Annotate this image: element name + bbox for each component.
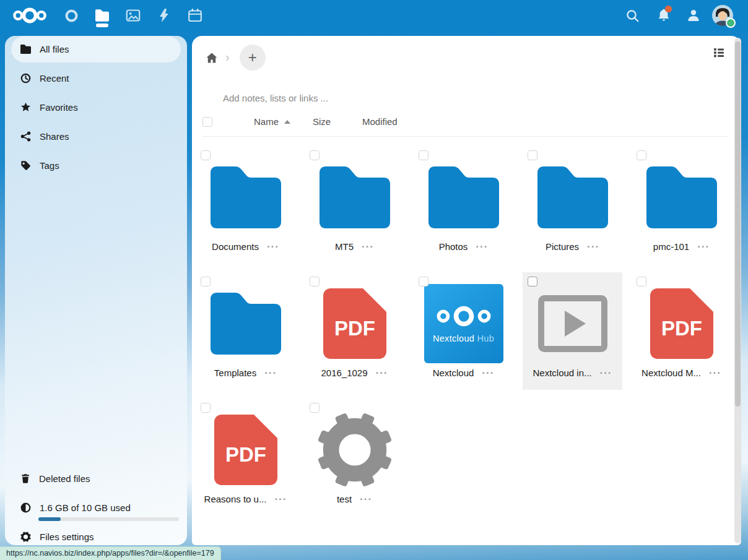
file-checkbox[interactable] (310, 150, 320, 160)
file-actions-icon[interactable]: ··· (476, 244, 488, 250)
breadcrumb: › + (204, 45, 266, 71)
file-checkbox[interactable] (637, 277, 646, 286)
file-name[interactable]: Reasons to u... (204, 494, 267, 504)
chevron-right-icon: › (225, 51, 230, 63)
file-actions-icon[interactable]: ··· (600, 370, 612, 376)
app-menu (64, 0, 202, 31)
sort-by-name[interactable]: Name (254, 116, 290, 127)
file-actions-icon[interactable]: ··· (362, 244, 374, 250)
contacts-icon (686, 8, 701, 23)
image-thumbnail: Nextcloud Hub (424, 284, 503, 363)
file-grid: Documents··· MT5··· Photos··· Pictures··… (196, 146, 731, 516)
folder-icon (428, 166, 499, 228)
notifications-button[interactable] (656, 0, 671, 31)
app-calendar-button[interactable] (188, 0, 202, 31)
file-name[interactable]: Nextcloud (433, 368, 474, 378)
file-tile-pictures[interactable]: Pictures··· (523, 146, 622, 264)
video-icon (538, 295, 607, 352)
file-checkbox[interactable] (528, 150, 537, 160)
file-name[interactable]: Pictures (546, 241, 579, 252)
file-actions-icon[interactable]: ··· (274, 496, 287, 502)
file-actions-icon[interactable]: ··· (267, 244, 279, 250)
file-checkbox[interactable] (528, 277, 537, 286)
circle-icon (65, 9, 78, 22)
home-button[interactable] (204, 50, 219, 65)
top-bar (0, 0, 748, 31)
sidebar-item-files-settings[interactable]: Files settings (11, 523, 181, 549)
sort-by-modified[interactable]: Modified (362, 116, 398, 127)
sidebar-item-tags[interactable]: Tags (11, 152, 181, 179)
file-name[interactable]: Documents (212, 241, 259, 252)
file-tile-nextcloud-manual[interactable]: PDF Nextcloud M...··· (632, 272, 731, 390)
app-photos-button[interactable] (126, 0, 141, 31)
gear-icon (20, 532, 31, 542)
sidebar-item-all-files[interactable]: All files (11, 36, 181, 62)
file-tile-mt5[interactable]: MT5··· (305, 146, 404, 264)
status-online-dot (726, 18, 736, 28)
file-actions-icon[interactable]: ··· (697, 244, 710, 250)
file-name[interactable]: Nextcloud in... (533, 368, 591, 378)
contacts-button[interactable] (686, 0, 701, 31)
sidebar-item-label: Tags (40, 160, 59, 171)
file-actions-icon[interactable]: ··· (376, 370, 388, 376)
select-all-checkbox[interactable] (202, 117, 212, 127)
file-tile-2016-1029[interactable]: PDF 2016_1029··· (305, 272, 404, 390)
file-name[interactable]: test (337, 494, 352, 504)
folder-icon (537, 166, 608, 228)
file-name[interactable]: 2016_1029 (321, 368, 367, 378)
file-checkbox[interactable] (419, 277, 428, 286)
file-tile-templates[interactable]: Templates··· (196, 272, 295, 390)
scrollbar-track[interactable] (734, 38, 741, 543)
app-dashboard-button[interactable] (64, 0, 79, 31)
sidebar-item-recent[interactable]: Recent (11, 65, 181, 92)
search-button[interactable] (625, 0, 640, 31)
file-tile-reasons-pdf[interactable]: PDF Reasons to u...··· (196, 398, 295, 516)
svg-text:PDF: PDF (661, 317, 702, 340)
file-name[interactable]: Nextcloud M... (641, 368, 701, 378)
file-checkbox[interactable] (637, 150, 646, 160)
app-activity-button[interactable] (157, 0, 172, 31)
nextcloud-logo[interactable] (11, 6, 48, 25)
file-checkbox[interactable] (201, 403, 211, 413)
file-name[interactable]: Photos (439, 241, 468, 252)
file-actions-icon[interactable]: ··· (482, 370, 494, 376)
file-checkbox[interactable] (419, 150, 428, 160)
file-actions-icon[interactable]: ··· (360, 496, 372, 502)
file-checkbox[interactable] (310, 277, 320, 286)
sidebar-item-favorites[interactable]: Favorites (11, 94, 181, 121)
svg-text:PDF: PDF (334, 317, 375, 340)
svg-text:PDF: PDF (225, 443, 266, 466)
file-tile-nextcloud-image[interactable]: Nextcloud Hub Nextcloud··· (414, 272, 513, 390)
app-files-button[interactable] (95, 0, 110, 31)
files-sidebar: All files Recent Favorites Shares Tags D… (5, 36, 187, 545)
file-tile-nextcloud-intro-video[interactable]: Nextcloud in...··· (523, 272, 622, 390)
sort-by-size[interactable]: Size (313, 116, 331, 127)
file-actions-icon[interactable]: ··· (264, 370, 277, 376)
calendar-icon (188, 8, 202, 23)
file-actions-icon[interactable]: ··· (587, 244, 599, 250)
sidebar-item-deleted-files[interactable]: Deleted files (11, 465, 181, 491)
sidebar-item-shares[interactable]: Shares (11, 123, 181, 150)
list-header: Name Size Modified (202, 116, 729, 137)
quota-progress-track (38, 517, 179, 521)
file-tile-photos[interactable]: Photos··· (414, 146, 513, 264)
file-name[interactable]: pmc-101 (653, 241, 689, 252)
file-checkbox[interactable] (201, 150, 211, 160)
file-actions-icon[interactable]: ··· (709, 370, 721, 376)
new-item-button[interactable]: + (240, 45, 266, 71)
sidebar-item-label: Recent (40, 73, 69, 84)
file-tile-pmc-101[interactable]: pmc-101··· (632, 146, 731, 264)
file-checkbox[interactable] (201, 277, 211, 286)
file-name[interactable]: MT5 (335, 241, 354, 252)
scrollbar-thumb[interactable] (735, 41, 741, 407)
readme-placeholder[interactable]: Add notes, lists or links ... (223, 93, 328, 103)
notification-unread-dot (665, 6, 672, 12)
sidebar-quota[interactable]: 1.6 GB of 10 GB used (11, 494, 181, 520)
view-toggle-button[interactable] (712, 46, 726, 59)
sidebar-item-label: Deleted files (39, 473, 90, 484)
file-tile-test[interactable]: test··· (305, 398, 404, 516)
file-checkbox[interactable] (310, 403, 320, 413)
sidebar-nav: All files Recent Favorites Shares Tags (11, 36, 181, 181)
file-name[interactable]: Templates (214, 368, 256, 378)
file-tile-documents[interactable]: Documents··· (196, 146, 295, 264)
